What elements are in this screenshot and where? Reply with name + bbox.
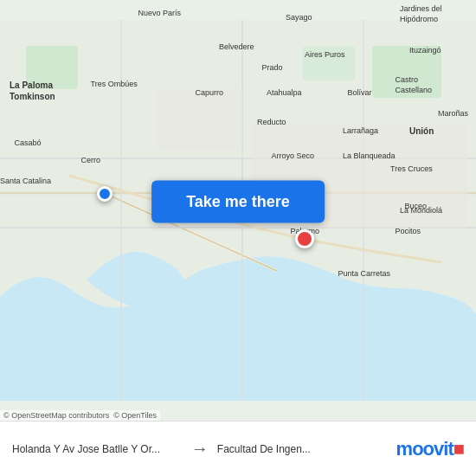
footer-arrow-icon: → <box>191 439 209 459</box>
moovit-logo: moovit■ <box>396 438 464 460</box>
svg-rect-13 <box>156 89 242 150</box>
moovit-logo-dot: ■ <box>453 438 464 460</box>
origin-marker <box>97 186 113 202</box>
svg-rect-11 <box>303 46 355 80</box>
footer-from-text: Holanda Y Av Jose Batlle Y Or... <box>12 443 183 455</box>
map-area[interactable]: Sayago Nuevo París Jardines delHipódromo… <box>0 0 476 421</box>
svg-rect-10 <box>26 46 78 89</box>
footer-from: Holanda Y Av Jose Batlle Y Or... <box>12 443 183 455</box>
footer-to-text: Facultad De Ingen... <box>217 443 388 455</box>
footer-to: Facultad De Ingen... <box>217 443 388 455</box>
destination-marker <box>295 229 314 248</box>
map-attribution: © OpenStreetMap contributors © OpenTiles <box>0 410 160 421</box>
take-me-there-button[interactable]: Take me there <box>151 181 325 223</box>
footer: Holanda Y Av Jose Batlle Y Or... → Facul… <box>0 421 476 476</box>
app-container: Sayago Nuevo París Jardines delHipódromo… <box>0 0 476 476</box>
svg-rect-9 <box>372 46 441 98</box>
